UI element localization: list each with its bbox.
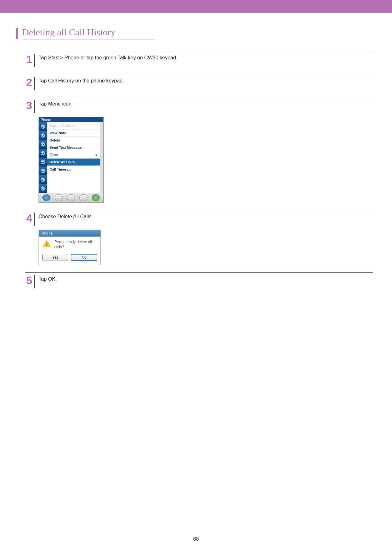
step-text: Tap Start > Phone or tap the green Talk … (35, 54, 373, 61)
page-number: 68 (0, 536, 392, 542)
menu-call-timers[interactable]: Call Timers... (47, 166, 100, 173)
call-icon (39, 131, 47, 140)
phone-app-titlebar: Phone (39, 117, 103, 122)
bottom-toolbar (39, 193, 103, 202)
phone-menu-screenshot: Phone Save to Contacts (39, 117, 104, 203)
menu-send-text[interactable]: Send Text Message... (47, 144, 100, 151)
scrollbar[interactable] (100, 122, 103, 193)
section-title-wrap: Deleting all Call History (16, 27, 376, 40)
step-1: 1 Tap Start > Phone or tap the green Tal… (25, 51, 373, 67)
step-number: 5 (25, 275, 35, 288)
step-text: Tap Menu icon. (35, 100, 373, 107)
step-text: Choose Delete All Calls. (35, 213, 373, 220)
toolbar-call-icon[interactable] (55, 194, 63, 201)
call-icon (39, 122, 47, 131)
step-text: Tap Call History on the phone keypad. (35, 77, 373, 84)
call-icon (39, 158, 47, 166)
menu-filter[interactable]: Filter (47, 151, 100, 159)
call-icon (39, 149, 47, 158)
menu-view-note[interactable]: View Note (47, 129, 100, 137)
step-3: 3 Tap Menu icon. Phone (25, 97, 373, 203)
step-number: 2 (25, 77, 35, 90)
warning-icon: ! (42, 240, 51, 248)
menu-delete[interactable]: Delete (47, 137, 100, 144)
step-4: 4 Choose Delete All Calls. Phone ! Perma… (25, 210, 373, 265)
toolbar-menu-icon[interactable] (79, 194, 87, 201)
toolbar-contacts-icon[interactable] (67, 194, 75, 201)
menu-delete-all-calls[interactable]: Delete All Calls (47, 159, 100, 166)
call-icon (39, 166, 47, 175)
title-accent-bar (16, 28, 18, 39)
step-number: 3 (25, 100, 35, 113)
section-title: Deleting all Call History (22, 27, 155, 40)
yes-button[interactable]: Yes (42, 254, 68, 261)
step-5: 5 Tap OK. (25, 272, 373, 288)
step-text: Tap OK. (35, 275, 373, 282)
header-bar (0, 0, 392, 13)
phone-app-title: Phone (41, 118, 51, 122)
step-number: 1 (25, 54, 35, 67)
context-menu: Save to Contacts View Note Delete Send T… (47, 122, 100, 193)
call-icon (39, 184, 47, 193)
confirm-dialog-screenshot: Phone ! Permanently delete all calls? Ye… (39, 230, 101, 265)
menu-save-to-contacts[interactable]: Save to Contacts (47, 122, 100, 129)
dialog-titlebar: Phone (39, 230, 100, 237)
call-icon (39, 140, 47, 149)
ok-button-icon[interactable] (92, 194, 100, 201)
page-content: Deleting all Call History 1 Tap Start > … (0, 13, 392, 288)
call-list-icons (39, 122, 47, 193)
step-2: 2 Tap Call History on the phone keypad. (25, 74, 373, 90)
no-button[interactable]: No (71, 254, 97, 261)
dialog-message: Permanently delete all calls? (54, 240, 97, 250)
call-icon (39, 175, 47, 184)
step-number: 4 (25, 213, 35, 226)
windows-start-icon[interactable] (42, 194, 51, 201)
